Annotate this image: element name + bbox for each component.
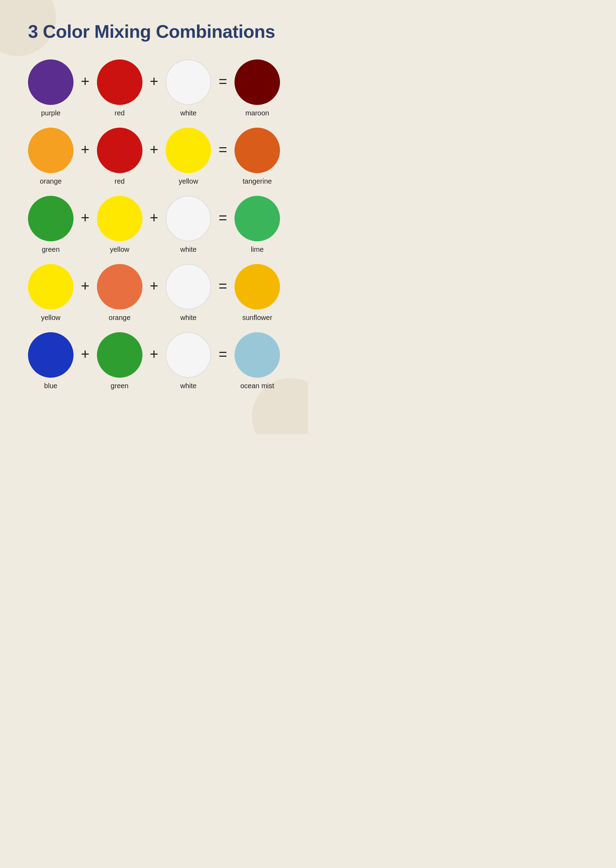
color-label-yellow: yellow xyxy=(179,177,198,185)
color-item-5-2: white xyxy=(165,332,211,390)
main-content: 3 Color Mixing Combinations purple+red+w… xyxy=(0,0,308,418)
color-label-white: white xyxy=(180,314,197,322)
color-label-lime: lime xyxy=(251,246,264,254)
color-label-ocean mist: ocean mist xyxy=(240,382,274,390)
color-item-1-3: maroon xyxy=(234,60,280,117)
color-circle-maroon xyxy=(234,60,280,105)
color-circle-white xyxy=(165,264,211,310)
color-label-blue: blue xyxy=(44,382,57,390)
color-item-4-3: sunflower xyxy=(234,264,280,322)
color-item-2-0: orange xyxy=(28,128,74,185)
color-label-green: green xyxy=(42,246,60,254)
color-circle-orange xyxy=(28,128,74,173)
plus-operator: + xyxy=(77,278,93,309)
plus-operator: + xyxy=(77,346,93,377)
color-circle-lime xyxy=(234,196,280,241)
color-circle-yellow xyxy=(28,264,74,310)
color-item-1-2: white xyxy=(165,60,211,117)
equals-operator: = xyxy=(215,210,231,240)
color-item-5-0: blue xyxy=(28,332,74,390)
color-item-5-1: green xyxy=(97,332,143,390)
combinations-list: purple+red+white=maroonorange+red+yellow… xyxy=(28,60,280,390)
color-item-3-2: white xyxy=(165,196,211,254)
color-circle-blue xyxy=(28,332,74,378)
plus-operator: + xyxy=(146,210,162,240)
color-label-yellow: yellow xyxy=(41,314,61,322)
color-circle-ocean mist xyxy=(234,332,280,378)
color-label-red: red xyxy=(115,109,124,117)
plus-operator: + xyxy=(77,141,93,172)
color-item-2-2: yellow xyxy=(165,128,211,185)
combination-row-2: orange+red+yellow=tangerine xyxy=(28,128,280,185)
color-label-yellow: yellow xyxy=(110,246,129,254)
color-circle-white xyxy=(165,332,211,378)
combination-row-1: purple+red+white=maroon xyxy=(28,60,280,117)
plus-operator: + xyxy=(146,73,162,104)
color-label-white: white xyxy=(180,246,197,254)
color-item-3-0: green xyxy=(28,196,74,254)
combination-row-3: green+yellow+white=lime xyxy=(28,196,280,254)
color-item-4-0: yellow xyxy=(28,264,74,322)
plus-operator: + xyxy=(77,73,93,104)
page-title: 3 Color Mixing Combinations xyxy=(28,21,280,42)
combination-row-4: yellow+orange+white=sunflower xyxy=(28,264,280,322)
color-circle-green xyxy=(28,196,74,241)
color-label-purple: purple xyxy=(41,109,61,117)
color-label-tangerine: tangerine xyxy=(242,177,272,185)
color-item-3-1: yellow xyxy=(97,196,143,254)
color-item-2-3: tangerine xyxy=(234,128,280,185)
color-circle-purple xyxy=(28,60,74,105)
color-label-white: white xyxy=(180,109,197,117)
equals-operator: = xyxy=(215,278,231,309)
equals-operator: = xyxy=(215,73,231,104)
color-label-orange: orange xyxy=(40,177,61,185)
color-item-1-1: red xyxy=(97,60,143,117)
color-circle-green xyxy=(97,332,143,378)
color-item-4-1: orange xyxy=(97,264,143,322)
color-label-maroon: maroon xyxy=(245,109,269,117)
color-circle-orange xyxy=(97,264,143,310)
color-label-orange: orange xyxy=(109,314,130,322)
color-circle-sunflower xyxy=(234,264,280,310)
color-label-sunflower: sunflower xyxy=(242,314,272,322)
plus-operator: + xyxy=(77,210,93,240)
color-circle-red xyxy=(97,128,143,173)
plus-operator: + xyxy=(146,278,162,309)
color-circle-white xyxy=(165,196,211,241)
color-label-green: green xyxy=(111,382,129,390)
color-circle-tangerine xyxy=(234,128,280,173)
plus-operator: + xyxy=(146,346,162,377)
equals-operator: = xyxy=(215,346,231,377)
combination-row-5: blue+green+white=ocean mist xyxy=(28,332,280,390)
color-circle-white xyxy=(165,60,211,105)
color-circle-yellow xyxy=(97,196,143,241)
color-item-4-2: white xyxy=(165,264,211,322)
equals-operator: = xyxy=(215,141,231,172)
color-item-2-1: red xyxy=(97,128,143,185)
color-label-white: white xyxy=(180,382,197,390)
color-label-red: red xyxy=(115,177,124,185)
color-circle-red xyxy=(97,60,143,105)
color-circle-yellow xyxy=(165,128,211,173)
color-item-3-3: lime xyxy=(234,196,280,254)
color-item-1-0: purple xyxy=(28,60,74,117)
color-item-5-3: ocean mist xyxy=(234,332,280,390)
plus-operator: + xyxy=(146,141,162,172)
